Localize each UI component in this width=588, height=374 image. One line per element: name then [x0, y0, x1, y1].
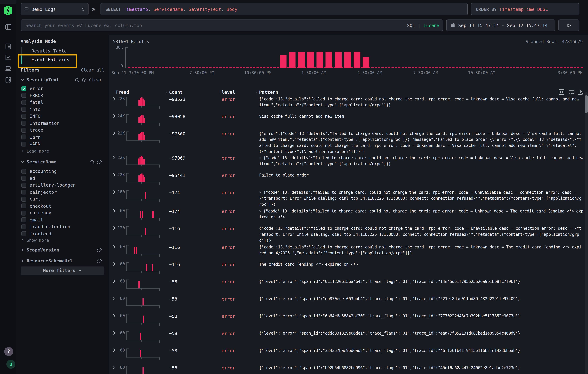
checkbox-INFO[interactable]	[21, 114, 26, 119]
row-pattern[interactable]: The credit card (ending <*> expired on <…	[259, 262, 583, 268]
row-pattern[interactable]: {"error":{"code":13,"details":"failed to…	[259, 131, 583, 153]
vertical-scrollbar[interactable]	[585, 92, 588, 374]
histogram-bar[interactable]	[344, 51, 351, 68]
search-logs-icon[interactable]	[5, 43, 11, 50]
source-selector[interactable]: Demo Logs	[21, 3, 89, 15]
row-pattern[interactable]: {"code":13,"details":"failed to charge c…	[259, 244, 583, 256]
pin-icon[interactable]	[97, 247, 102, 252]
orderby-input[interactable]: ORDER BY TimestampTime DESC	[471, 3, 579, 15]
code-block-icon[interactable]	[558, 89, 565, 95]
checkbox-ad[interactable]	[21, 176, 26, 181]
row-pattern[interactable]: {"code":13,"details":"failed to charge c…	[259, 96, 583, 108]
filter-option-ERROR[interactable]: ERROR	[16, 92, 109, 99]
checkbox-frontend[interactable]	[21, 231, 26, 236]
row-pattern[interactable]: Visa cache full: cannot add new item.	[259, 113, 583, 120]
filter-option-cainjector[interactable]: cainjector	[16, 189, 109, 196]
table-row[interactable]: 60~174error×{"code":13,"details":"failed…	[109, 206, 585, 224]
table-row[interactable]: 22K~97069error×{"code":13,"details":"fai…	[109, 153, 585, 171]
table-row[interactable]: 180~174error×{"code":13,"details":"faile…	[109, 188, 585, 206]
search-icon[interactable]	[90, 160, 95, 164]
more-filters-button[interactable]: More filters	[21, 266, 104, 275]
checkbox-cart[interactable]	[21, 197, 26, 202]
scopeversion-group-header[interactable]: ScopeVersion	[16, 247, 109, 253]
row-pattern[interactable]: ×{"code":13,"details":"failed to charge …	[259, 155, 583, 167]
clear-all-filters-link[interactable]: Clear all	[81, 67, 104, 73]
checkbox-email[interactable]	[21, 217, 26, 222]
row-pattern[interactable]: ×{"code":13,"details":"failed to charge …	[259, 190, 583, 206]
checkbox-error[interactable]	[21, 86, 26, 91]
col-trend-menu-icon[interactable]: ⋮	[164, 90, 168, 95]
checkbox-warn[interactable]	[21, 135, 26, 140]
filter-option-fatal[interactable]: fatal	[16, 99, 109, 106]
search-input[interactable]	[25, 22, 404, 28]
row-pattern[interactable]: ×{"code":13,"details":"failed to charge …	[259, 208, 583, 220]
checkbox-ERROR[interactable]	[21, 93, 26, 98]
histogram-bar[interactable]	[353, 51, 360, 68]
filter-option-WARN[interactable]: WARN	[16, 141, 109, 147]
col-level[interactable]: level	[222, 90, 235, 95]
filter-option-warn[interactable]: warn	[16, 133, 109, 141]
checkbox-checkout[interactable]	[21, 203, 26, 208]
source-settings-gear-icon[interactable]: ⚙	[90, 6, 97, 13]
histogram-bar[interactable]	[280, 55, 286, 68]
analysis-mode-item-results-table[interactable]: Results Table	[21, 47, 109, 56]
histogram-bar[interactable]	[363, 57, 369, 68]
filter-option-error[interactable]: error	[16, 85, 109, 92]
help-button[interactable]: ?	[4, 347, 13, 356]
wrap-text-icon[interactable]	[568, 89, 575, 95]
col-count-menu-icon[interactable]: ⋮	[218, 90, 222, 95]
checkbox-fraud-detection[interactable]	[21, 224, 26, 229]
histogram-bar[interactable]	[298, 52, 305, 68]
row-pattern[interactable]: {"level":"error","span_id":"334357bae9ed…	[259, 348, 583, 354]
chart-explorer-icon[interactable]	[5, 54, 11, 61]
histogram-bar[interactable]	[289, 52, 295, 68]
row-pattern[interactable]: {"level":"error","span_id":"0c11220615ba…	[259, 279, 583, 285]
row-pattern[interactable]: {"level":"error","span_id":"b92b54b6882b…	[259, 365, 583, 371]
filter-option-Information[interactable]: Information	[16, 120, 109, 127]
filter-option-artillery-loadgen[interactable]: artillery-loadgen	[16, 182, 109, 189]
filter-option-checkout[interactable]: checkout	[16, 202, 109, 210]
date-range-picker[interactable]: Sep 11 15:47:14 - Sep 12 15:47:14	[446, 20, 555, 31]
results-histogram[interactable]: 80K 0 Sep 11 3:30:00 PM7:30:00 PM10:30:0…	[125, 47, 584, 68]
filter-option-trace[interactable]: trace	[16, 127, 109, 133]
checkbox-info[interactable]	[21, 107, 26, 112]
checkbox-accounting[interactable]	[21, 169, 26, 174]
filter-option-cart[interactable]: cart	[16, 196, 109, 202]
table-row[interactable]: 22K~98523error{"code":13,"details":"fail…	[109, 94, 585, 112]
table-row[interactable]: 60~116errorThe credit card (ending <*> e…	[109, 260, 585, 277]
pin-icon[interactable]	[82, 77, 87, 82]
col-count[interactable]: Count	[169, 90, 183, 95]
table-row[interactable]: 60~58error{"level":"error","span_id":"33…	[109, 346, 585, 363]
filter-option-info[interactable]: info	[16, 106, 109, 113]
histogram-bar[interactable]	[316, 52, 323, 68]
row-pattern[interactable]: {"level":"error","span_id":"6b64c6c58842…	[259, 313, 583, 319]
severity-group-header[interactable]: SeverityText Clear	[16, 77, 109, 83]
checkbox-WARN[interactable]	[21, 142, 26, 146]
sidebar-toggle-icon[interactable]	[5, 24, 11, 30]
user-avatar[interactable]: U	[6, 360, 15, 369]
pin-icon[interactable]	[97, 258, 102, 263]
filter-option-currency[interactable]: currency	[16, 210, 109, 216]
col-trend[interactable]: Trend	[116, 90, 129, 95]
table-row[interactable]: 60~58error{"level":"error","span_id":"0c…	[109, 277, 585, 294]
service-show-more[interactable]: Show more	[16, 238, 109, 243]
filter-option-frontend[interactable]: frontend	[16, 230, 109, 237]
histogram-bar[interactable]	[307, 52, 314, 68]
resourceschemaurl-group-header[interactable]: ResourceSchemaUrl	[16, 258, 109, 264]
histogram-bar[interactable]	[335, 52, 341, 68]
table-row[interactable]: 120~116error{"code":13,"details":"failed…	[109, 224, 585, 243]
filter-option-accounting[interactable]: accounting	[16, 168, 109, 175]
analysis-mode-item-event-patterns[interactable]: Event Patterns	[21, 55, 109, 64]
mode-sql[interactable]: SQL	[407, 23, 415, 28]
table-row[interactable]: 60~58error{"level":"error","span_id":"eb…	[109, 294, 585, 312]
download-icon[interactable]	[577, 89, 583, 95]
sessions-icon[interactable]	[5, 65, 11, 72]
service-group-header[interactable]: ServiceName	[16, 159, 109, 165]
col-level-menu-icon[interactable]: ⋮	[254, 90, 258, 95]
checkbox-fatal[interactable]	[21, 100, 26, 105]
row-pattern[interactable]: {"level":"error","span_id":"cddc331329e6…	[259, 331, 583, 337]
select-query-input[interactable]: SELECT Timestamp, ServiceName, SeverityT…	[101, 3, 468, 15]
row-pattern[interactable]: {"level":"error","span_id":"eb870ecef063…	[259, 296, 583, 302]
histogram-bar[interactable]	[326, 51, 332, 68]
checkbox-artillery-loadgen[interactable]	[21, 183, 26, 188]
